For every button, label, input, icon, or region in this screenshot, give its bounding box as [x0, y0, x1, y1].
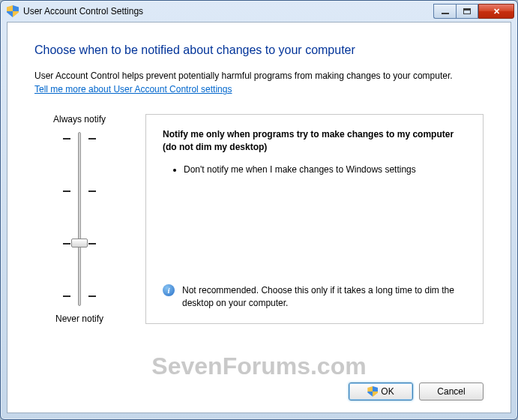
- notification-slider[interactable]: [63, 132, 96, 306]
- description-title: Notify me only when programs try to make…: [163, 128, 466, 154]
- content-area: Choose when to be notified about changes…: [7, 22, 511, 413]
- body-row: Always notify Never notify Notify me onl…: [34, 114, 484, 324]
- close-icon: ✕: [493, 7, 500, 16]
- cancel-button[interactable]: Cancel: [419, 382, 484, 400]
- uac-shield-icon: [367, 386, 378, 397]
- window-buttons: ✕: [433, 4, 514, 19]
- slider-tick: [63, 296, 96, 297]
- intro-paragraph: User Account Control helps prevent poten…: [34, 69, 484, 96]
- help-link[interactable]: Tell me more about User Account Control …: [34, 84, 232, 94]
- slider-tick: [63, 138, 96, 140]
- intro-text: User Account Control helps prevent poten…: [34, 70, 453, 81]
- info-icon: i: [163, 284, 175, 296]
- slider-tick: [63, 190, 96, 192]
- slider-column: Always notify Never notify: [34, 114, 124, 324]
- slider-track-line: [78, 132, 81, 306]
- description-panel: Notify me only when programs try to make…: [145, 114, 484, 324]
- uac-shield-icon: [7, 5, 19, 17]
- cancel-button-label: Cancel: [437, 386, 465, 397]
- minimize-icon: [442, 13, 449, 14]
- description-footer: i Not recommended. Choose this only if i…: [163, 275, 466, 310]
- minimize-button[interactable]: [433, 4, 456, 19]
- button-row: OK Cancel: [34, 352, 484, 400]
- maximize-button[interactable]: [456, 4, 478, 19]
- ok-button-label: OK: [381, 386, 394, 397]
- close-button[interactable]: ✕: [478, 4, 514, 19]
- titlebar[interactable]: User Account Control Settings ✕: [1, 1, 517, 22]
- window: User Account Control Settings ✕ Choose w…: [0, 0, 518, 420]
- slider-top-label: Always notify: [53, 114, 106, 124]
- window-title: User Account Control Settings: [23, 6, 433, 16]
- description-footer-text: Not recommended. Choose this only if it …: [182, 284, 466, 310]
- slider-thumb[interactable]: [71, 238, 88, 248]
- page-title: Choose when to be notified about changes…: [34, 44, 484, 57]
- description-bullet: Don't notify me when I make changes to W…: [184, 163, 466, 176]
- slider-bottom-label: Never notify: [55, 314, 103, 324]
- ok-button[interactable]: OK: [349, 382, 413, 400]
- maximize-icon: [463, 8, 471, 14]
- description-list: Don't notify me when I make changes to W…: [163, 163, 466, 176]
